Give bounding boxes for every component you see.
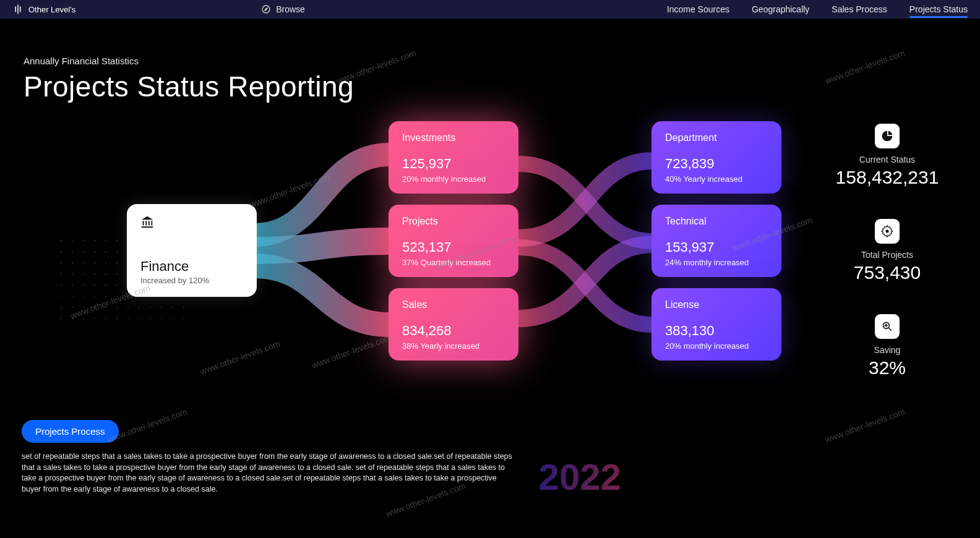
stat-value: 32% bbox=[825, 357, 949, 378]
node-label: Sales bbox=[402, 299, 505, 310]
node-sub: 24% monthly increased bbox=[665, 258, 768, 267]
stat-current-status: Current Status 158,432,231 bbox=[825, 124, 949, 188]
nav-projects-status[interactable]: Projects Status bbox=[909, 4, 968, 14]
page-eyebrow: Annually Financial Statistics bbox=[24, 56, 354, 66]
stat-value: 158,432,231 bbox=[825, 167, 949, 188]
stat-label: Total Projects bbox=[825, 250, 949, 260]
watermark: www.other-levels.com bbox=[823, 48, 906, 86]
node-technical[interactable]: Technical 153,937 24% monthly increased bbox=[651, 205, 781, 277]
node-value: 153,937 bbox=[665, 239, 768, 255]
node-value: 125,937 bbox=[402, 156, 505, 172]
header: Other Level's Browse Income Sources Geog… bbox=[0, 0, 980, 19]
pie-chart-icon bbox=[875, 124, 900, 148]
footer-description: set of repeatable steps that a sales tak… bbox=[22, 451, 517, 495]
stat-value: 753,430 bbox=[825, 262, 949, 283]
stat-label: Current Status bbox=[825, 155, 949, 164]
zoom-icon bbox=[875, 314, 900, 339]
node-value: 383,130 bbox=[665, 323, 768, 339]
node-sub: 37% Quarterly increased bbox=[402, 258, 505, 267]
sankey-flow: Finance Increased by 120% Investments 12… bbox=[0, 117, 804, 383]
nav-geographically[interactable]: Geographically bbox=[752, 4, 809, 14]
node-label: Finance bbox=[140, 258, 243, 275]
projects-process-button[interactable]: Projects Process bbox=[22, 420, 119, 443]
node-value: 523,137 bbox=[402, 239, 505, 255]
node-sub: 40% Yearly increased bbox=[665, 174, 768, 184]
nav-sales-process[interactable]: Sales Process bbox=[832, 4, 887, 14]
svg-point-0 bbox=[262, 6, 270, 13]
title-block: Annually Financial Statistics Projects S… bbox=[24, 56, 354, 103]
nav-income-sources[interactable]: Income Sources bbox=[667, 4, 729, 14]
node-department[interactable]: Department 723,839 40% Yearly increased bbox=[651, 121, 781, 194]
svg-point-1 bbox=[886, 230, 889, 233]
node-sales[interactable]: Sales 834,268 38% Yearly increased bbox=[389, 288, 518, 361]
node-label: Projects bbox=[402, 216, 505, 227]
stat-label: Saving bbox=[825, 345, 949, 355]
node-sub: Increased by 120% bbox=[140, 276, 243, 285]
node-label: Technical bbox=[665, 216, 768, 227]
node-license[interactable]: License 383,130 20% monthly increased bbox=[651, 288, 781, 361]
gear-icon bbox=[875, 219, 900, 244]
node-sub: 20% monthly increased bbox=[402, 174, 505, 184]
node-label: License bbox=[665, 299, 768, 310]
compass-icon bbox=[261, 4, 271, 14]
node-investments[interactable]: Investments 125,937 20% monthly increase… bbox=[389, 121, 518, 194]
node-value: 723,839 bbox=[665, 156, 768, 172]
node-sub: 38% Yearly increased bbox=[402, 341, 505, 351]
bank-icon bbox=[140, 215, 243, 233]
node-value: 834,268 bbox=[402, 323, 505, 339]
page-title: Projects Status Reporting bbox=[24, 70, 354, 103]
node-sub: 20% monthly increased bbox=[665, 341, 768, 351]
browse-label: Browse bbox=[276, 4, 305, 14]
logo-icon bbox=[12, 4, 24, 15]
node-label: Investments bbox=[402, 132, 505, 143]
stats-column: Current Status 158,432,231 Total Project… bbox=[825, 124, 949, 378]
footer: Projects Process set of repeatable steps… bbox=[22, 420, 955, 495]
browse-link[interactable]: Browse bbox=[261, 4, 305, 14]
node-finance[interactable]: Finance Increased by 120% bbox=[127, 204, 257, 297]
stat-total-projects: Total Projects 753,430 bbox=[825, 219, 949, 283]
stat-saving: Saving 32% bbox=[825, 314, 949, 378]
nav: Income Sources Geographically Sales Proc… bbox=[667, 4, 968, 14]
year-badge: 2022 bbox=[539, 456, 621, 498]
brand-text: Other Level's bbox=[28, 5, 75, 14]
brand-logo: Other Level's bbox=[12, 4, 75, 15]
node-label: Department bbox=[665, 132, 768, 143]
node-projects[interactable]: Projects 523,137 37% Quarterly increased bbox=[389, 205, 518, 277]
